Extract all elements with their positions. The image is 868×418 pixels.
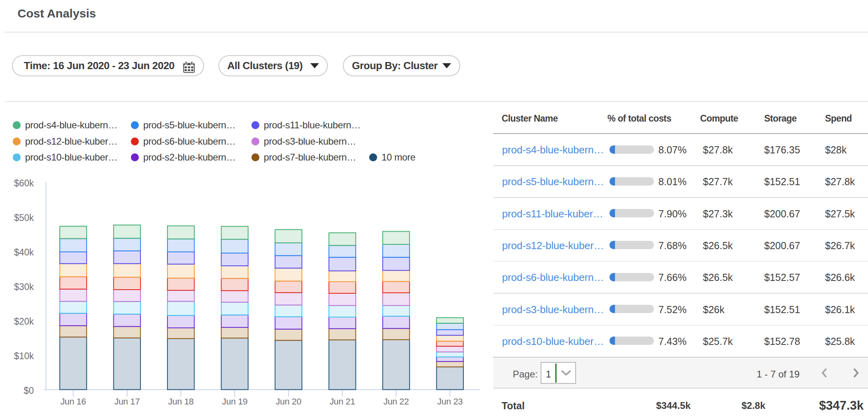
svg-text:Jun 20: Jun 20 [276,397,301,406]
svg-text:Jun 21: Jun 21 [329,397,355,406]
svg-text:$60k: $60k [14,178,34,188]
svg-text:Jun 19: Jun 19 [222,397,247,406]
svg-text:$10k: $10k [14,351,34,361]
svg-text:Jun 23: Jun 23 [437,397,463,406]
svg-text:Jun 17: Jun 17 [114,397,140,406]
svg-text:$40k: $40k [14,247,34,257]
svg-text:$30k: $30k [14,282,34,292]
svg-text:Jun 16: Jun 16 [60,397,86,406]
svg-text:Jun 22: Jun 22 [383,397,409,406]
svg-text:Jun 18: Jun 18 [168,397,194,406]
svg-text:$50k: $50k [14,213,34,223]
svg-text:$20k: $20k [14,316,34,327]
svg-text:$0: $0 [23,385,34,396]
